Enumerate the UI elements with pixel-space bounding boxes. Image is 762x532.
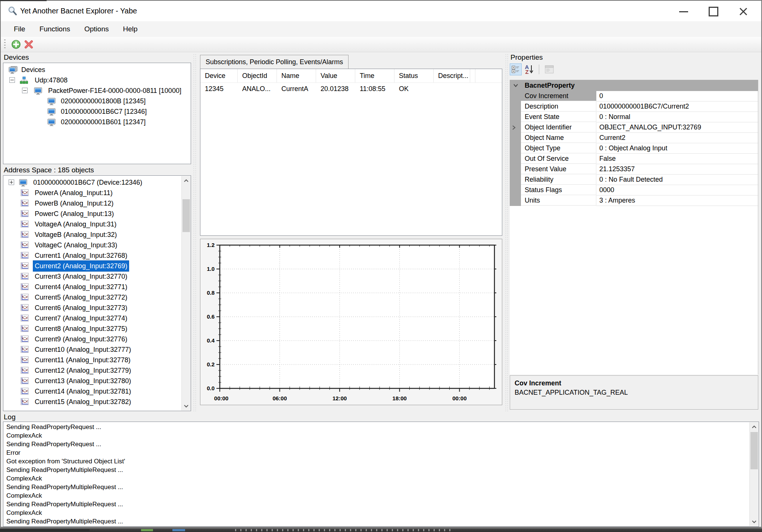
menu-item-functions[interactable]: Functions: [32, 21, 77, 37]
tree-expander-minus-icon[interactable]: [22, 88, 28, 93]
column-header-status[interactable]: Status: [394, 69, 434, 82]
tree-node[interactable]: Current2 (Analog_Input:32769): [3, 261, 181, 271]
toolbar-grip[interactable]: [4, 40, 6, 49]
menu-item-options[interactable]: Options: [77, 21, 116, 37]
tree-node[interactable]: VoltageA (Analog_Input:31): [3, 219, 181, 229]
property-value[interactable]: Current2: [596, 133, 758, 143]
property-row-object-identifier[interactable]: Object IdentifierOBJECT_ANALOG_INPUT:327…: [510, 122, 758, 133]
scrollbar-thumb[interactable]: [750, 432, 758, 469]
tree-node[interactable]: Current10 (Analog_Input:32777): [3, 344, 181, 355]
property-name: Object Identifier: [521, 122, 596, 132]
scroll-down-icon[interactable]: [750, 517, 759, 526]
alphabetical-sort-button[interactable]: AZ: [523, 63, 535, 75]
property-category-header[interactable]: BacnetProperty: [510, 80, 758, 91]
minimize-button[interactable]: [672, 4, 696, 19]
column-header-value[interactable]: Value: [316, 69, 355, 82]
analog-icon: [21, 325, 29, 332]
column-header-objectid[interactable]: ObjectId: [238, 69, 277, 82]
tree-node[interactable]: PowerA (Analog_Input:11): [3, 188, 181, 198]
tree-node[interactable]: VoltageB (Analog_Input:32): [3, 229, 181, 240]
tree-node[interactable]: Current13 (Analog_Input:32780): [3, 376, 181, 386]
tree-expander-plus-icon[interactable]: [9, 179, 14, 185]
address-scrollbar[interactable]: [181, 176, 191, 410]
tree-node[interactable]: Current15 (Analog_Input:32782): [3, 397, 181, 407]
property-row-description[interactable]: Description010000000001B6C7/Current2: [510, 101, 758, 112]
menu-item-help[interactable]: Help: [116, 21, 144, 37]
column-header-time[interactable]: Time: [355, 69, 394, 82]
property-value[interactable]: 0 : Normal: [596, 112, 758, 122]
subscription-row[interactable]: 12345ANALO...CurrentA20.0123811:08:55OK: [200, 82, 502, 95]
log-line: ComplexAck: [6, 526, 747, 527]
tree-node[interactable]: Current9 (Analog_Input:32776): [3, 334, 181, 344]
svg-text:0.0: 0.0: [207, 385, 215, 391]
tree-node[interactable]: 010000000001B6C7 (Device:12346): [3, 177, 181, 188]
property-row-event-state[interactable]: Event State0 : Normal: [510, 112, 758, 122]
categorized-button[interactable]: [510, 63, 522, 75]
property-row-out-of-service[interactable]: Out Of ServiceFalse: [510, 154, 758, 164]
scrollbar-thumb[interactable]: [182, 199, 190, 232]
tree-node[interactable]: Current7 (Analog_Input:32774): [3, 313, 181, 323]
tree-node[interactable]: PowerB (Analog_Input:12): [3, 198, 181, 209]
property-row-cov-increment[interactable]: Cov Increment0: [510, 91, 758, 101]
right-splitter[interactable]: [504, 53, 509, 411]
subscription-cell: [470, 82, 475, 95]
column-header-name[interactable]: Name: [277, 69, 316, 82]
column-header-descript[interactable]: Descript...: [434, 69, 470, 82]
tree-node[interactable]: Current8 (Analog_Input:32775): [3, 323, 181, 334]
property-row-reliability[interactable]: Reliability0 : No Fault Detected: [510, 175, 758, 185]
tree-node[interactable]: PowerC (Analog_Input:13): [3, 209, 181, 219]
close-button[interactable]: [731, 4, 755, 19]
property-row-object-name[interactable]: Object NameCurrent2: [510, 133, 758, 143]
property-value[interactable]: 3 : Amperes: [596, 195, 758, 206]
property-value[interactable]: 0 : Object Analog Input: [596, 143, 758, 154]
column-header-device[interactable]: Device: [200, 69, 238, 82]
tree-node[interactable]: Current12 (Analog_Input:32779): [3, 365, 181, 376]
tree-node[interactable]: Current14 (Analog_Input:32781): [3, 386, 181, 397]
property-row-object-type[interactable]: Object Type0 : Object Analog Input: [510, 143, 758, 154]
tree-node[interactable]: Current1 (Analog_Input:32768): [3, 250, 181, 261]
tab-subscriptions[interactable]: Subscriptions, Periodic Polling, Events/…: [200, 55, 349, 69]
tree-node[interactable]: Udp:47808: [3, 75, 191, 85]
tree-node[interactable]: Current6 (Analog_Input:32773): [3, 303, 181, 313]
svg-text:00:00: 00:00: [452, 395, 466, 401]
property-value[interactable]: 0000: [596, 185, 758, 195]
remove-device-button[interactable]: [23, 39, 34, 50]
property-row-status-flags[interactable]: Status Flags0000: [510, 185, 758, 195]
collapse-chevron-icon[interactable]: [513, 82, 519, 88]
tree-node[interactable]: 020000000001B601 [12347]: [3, 117, 191, 127]
property-name: Object Type: [521, 143, 596, 153]
tree-node[interactable]: PacketPower-F1E4-0000-0000-0811 [10000]: [3, 85, 191, 96]
scroll-up-icon[interactable]: [750, 422, 759, 431]
tree-node[interactable]: Current4 (Analog_Input:32771): [3, 282, 181, 292]
tree-expander-minus-icon[interactable]: [9, 77, 15, 83]
tree-node[interactable]: Devices: [3, 65, 191, 75]
property-value[interactable]: 010000000001B6C7/Current2: [596, 101, 758, 112]
property-value[interactable]: 21.1253357: [596, 164, 758, 175]
subscription-cell: 20.01238: [316, 82, 355, 95]
log-scrollbar[interactable]: [749, 422, 759, 526]
log-line: Got exception from 'Structured Object Li…: [6, 457, 747, 466]
tree-node[interactable]: Current3 (Analog_Input:32770): [3, 271, 181, 282]
tree-node[interactable]: VoltageC (Analog_Input:33): [3, 240, 181, 250]
column-header-extra[interactable]: [470, 69, 475, 82]
left-splitter[interactable]: [192, 53, 197, 411]
property-value[interactable]: 0 : No Fault Detected: [596, 175, 758, 185]
property-row-units[interactable]: Units3 : Amperes: [510, 195, 758, 206]
property-value[interactable]: 0: [596, 91, 758, 101]
scroll-down-icon[interactable]: [182, 401, 191, 410]
property-help-box: Cov Increment BACNET_APPLICATION_TAG_REA…: [510, 375, 758, 410]
analog-icon: [21, 252, 29, 259]
tree-node[interactable]: 020000000001800B [12345]: [3, 96, 191, 106]
tree-node[interactable]: 010000000001B6C7 [12346]: [3, 106, 191, 117]
tree-node[interactable]: Current11 (Analog_Input:32778): [3, 355, 181, 365]
property-row-present-value[interactable]: Present Value21.1253357: [510, 164, 758, 175]
tree-node[interactable]: Current5 (Analog_Input:32772): [3, 292, 181, 303]
property-value[interactable]: False: [596, 154, 758, 164]
add-device-button[interactable]: [10, 39, 22, 50]
property-pages-button[interactable]: [543, 63, 555, 75]
maximize-button[interactable]: [702, 4, 725, 19]
expand-chevron-icon[interactable]: [511, 125, 516, 130]
scroll-up-icon[interactable]: [182, 176, 191, 185]
menu-item-file[interactable]: File: [7, 21, 32, 37]
property-value[interactable]: OBJECT_ANALOG_INPUT:32769: [596, 122, 758, 133]
